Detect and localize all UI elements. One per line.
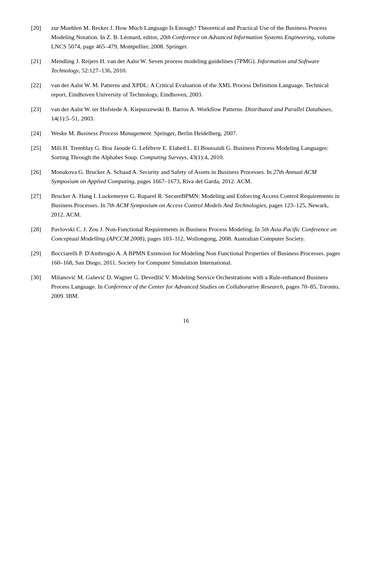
ref-content: Bocciarelli P. D'Ambrogio A. A BPMN Exte… (51, 249, 341, 267)
ref-plain-text: , 52:127–136, 2010. (79, 67, 127, 74)
ref-italic-text: Computing Surveys (140, 154, 187, 160)
ref-content: Mendling J. Reijers H. van der Aalst W. … (51, 57, 341, 75)
ref-plain-text: Pavlovski C. J. Zou J. Non-Functional Re… (51, 226, 261, 232)
ref-number: [20] (31, 23, 51, 51)
ref-content: Brucker A. Hang I. Luckemeyer G. Ruparel… (51, 191, 341, 219)
ref-number: [28] (31, 225, 51, 243)
ref-number: [30] (31, 273, 51, 301)
ref-plain-text: , pages 103–112, Wollongong, 2008. Austr… (145, 235, 305, 242)
ref-plain-text: Bocciarelli P. D'Ambrogio A. A BPMN Exte… (51, 250, 340, 266)
ref-content: Monakova G. Brucker A. Schaad A. Securit… (51, 167, 341, 186)
list-item: [21]Mendling J. Reijers H. van der Aalst… (31, 57, 341, 75)
ref-content: Mili H. Tremblay G. Bou Jaoude G. Lefebv… (51, 143, 341, 162)
ref-italic-text: 20th Conference on Advanced Information … (160, 34, 314, 40)
references-list: [20]zur Muehlen M. Recker J. How Much La… (31, 23, 341, 301)
list-item: [25]Mili H. Tremblay G. Bou Jaoude G. Le… (31, 143, 341, 162)
list-item: [23]van der Aalst W. ter Hofstede A. Kie… (31, 105, 341, 123)
list-item: [30]Milanović M. Gašević D. Wagner G. De… (31, 273, 341, 301)
ref-number: [21] (31, 57, 51, 75)
ref-number: [22] (31, 81, 51, 99)
ref-content: van der Aalst W. ter Hofstede A. Kiepusz… (51, 105, 341, 123)
list-item: [22]van der Aalst W. M. Patterns and XPD… (31, 81, 341, 99)
ref-italic-text: Distributed and Parallel Databases (245, 106, 331, 112)
ref-number: [25] (31, 143, 51, 162)
ref-plain-text: Weske M. (51, 130, 77, 136)
list-item: [20]zur Muehlen M. Recker J. How Much La… (31, 23, 341, 51)
ref-italic-text: Business Process Management (77, 130, 151, 136)
ref-number: [24] (31, 129, 51, 138)
ref-number: [23] (31, 105, 51, 123)
ref-plain-text: Monakova G. Brucker A. Schaad A. Securit… (51, 168, 273, 175)
ref-plain-text: , 43(1):4, 2010. (187, 154, 224, 160)
list-item: [24]Weske M. Business Process Management… (31, 129, 341, 138)
list-item: [26]Monakova G. Brucker A. Schaad A. Sec… (31, 167, 341, 186)
ref-number: [27] (31, 191, 51, 219)
ref-plain-text: van der Aalst W. ter Hofstede A. Kiepusz… (51, 106, 245, 112)
ref-content: zur Muehlen M. Recker J. How Much Langua… (51, 23, 341, 51)
page-number: 16 (183, 317, 189, 324)
ref-number: [26] (31, 167, 51, 186)
ref-plain-text: Mendling J. Reijers H. van der Aalst W. … (51, 58, 258, 64)
ref-content: Weske M. Business Process Management. Sp… (51, 129, 341, 138)
ref-plain-text: . Springer, Berlin Heidelberg, 2007. (151, 130, 237, 136)
ref-italic-text: Conference of the Center for Advanced St… (104, 283, 283, 290)
page-number-container: 16 (31, 316, 341, 325)
ref-content: Pavlovski C. J. Zou J. Non-Functional Re… (51, 225, 341, 243)
list-item: [29]Bocciarelli P. D'Ambrogio A. A BPMN … (31, 249, 341, 267)
page: [20]zur Muehlen M. Recker J. How Much La… (0, 0, 372, 588)
ref-plain-text: , pages 1667–1673, Riva del Garda, 2012.… (134, 178, 252, 184)
ref-number: [29] (31, 249, 51, 267)
ref-content: van der Aalst W. M. Patterns and XPDL: A… (51, 81, 341, 99)
ref-plain-text: van der Aalst W. M. Patterns and XPDL: A… (51, 82, 329, 98)
list-item: [28]Pavlovski C. J. Zou J. Non-Functiona… (31, 225, 341, 243)
ref-italic-text: 7th ACM Symposium on Access Control Mode… (107, 202, 266, 208)
list-item: [27]Brucker A. Hang I. Luckemeyer G. Rup… (31, 191, 341, 219)
ref-content: Milanović M. Gašević D. Wagner G. Devedž… (51, 273, 341, 301)
